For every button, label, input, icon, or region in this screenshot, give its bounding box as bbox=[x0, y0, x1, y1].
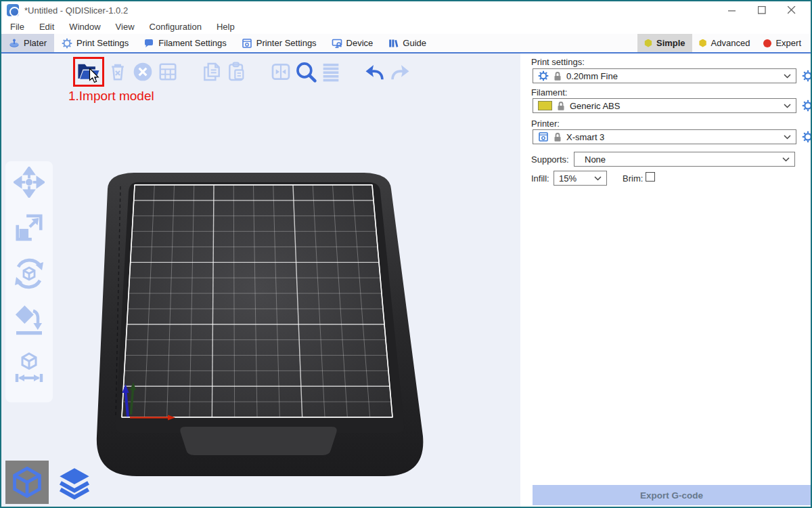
menu-file[interactable]: File bbox=[3, 22, 32, 32]
search-button[interactable] bbox=[294, 58, 318, 85]
close-icon bbox=[788, 6, 796, 14]
gizmo-toolbar bbox=[5, 161, 53, 402]
print-settings-value: 0.20mm Fine bbox=[566, 71, 779, 81]
place-on-face-gizmo-button[interactable] bbox=[13, 304, 45, 337]
3d-viewport[interactable]: 1.Import model bbox=[1, 54, 520, 507]
filament-color-swatch bbox=[538, 101, 552, 110]
print-settings-label: Print settings: bbox=[531, 57, 585, 67]
gear-icon bbox=[62, 38, 72, 49]
undo-button[interactable] bbox=[363, 58, 387, 85]
gear-icon bbox=[538, 70, 549, 81]
print-settings-gear-button[interactable] bbox=[802, 70, 812, 82]
scale-gizmo-button[interactable] bbox=[14, 212, 45, 243]
brim-label: Brim: bbox=[623, 173, 643, 184]
tab-plater[interactable]: Plater bbox=[1, 34, 54, 52]
advanced-mode-icon bbox=[699, 39, 707, 47]
menu-edit[interactable]: Edit bbox=[32, 22, 62, 32]
mode-expert[interactable]: Expert bbox=[757, 34, 808, 52]
view-toggle bbox=[5, 461, 95, 504]
tab-label: Print Settings bbox=[76, 38, 129, 48]
brim-checkbox[interactable] bbox=[646, 172, 655, 182]
preview-sliced-view-button[interactable] bbox=[54, 463, 95, 504]
tab-print-settings[interactable]: Print Settings bbox=[54, 34, 136, 52]
close-button[interactable] bbox=[777, 1, 807, 19]
maximize-button[interactable] bbox=[747, 1, 777, 19]
tab-guide[interactable]: Guide bbox=[380, 34, 434, 52]
chevron-down-icon bbox=[782, 157, 790, 162]
printer-label: Printer: bbox=[531, 119, 560, 129]
printer-icon bbox=[242, 38, 252, 49]
maximize-icon bbox=[758, 6, 766, 14]
tab-label: Plater bbox=[24, 38, 47, 48]
title-bar: *Untitled - QIDISlicer-1.0.2 bbox=[1, 1, 811, 19]
copy-button[interactable] bbox=[200, 58, 224, 85]
layers-editing-button[interactable] bbox=[319, 58, 343, 85]
filament-combo[interactable]: Generic ABS bbox=[533, 98, 796, 113]
lock-icon bbox=[554, 132, 562, 142]
device-icon bbox=[332, 38, 342, 49]
mode-selector: Simple Advanced Expert bbox=[637, 34, 811, 52]
move-gizmo-button[interactable] bbox=[14, 167, 45, 198]
printer-combo[interactable]: X-smart 3 bbox=[533, 129, 796, 144]
menu-configuration[interactable]: Configuration bbox=[142, 22, 209, 32]
bed-plate bbox=[122, 185, 392, 417]
guide-icon bbox=[388, 38, 399, 49]
tab-printer-settings[interactable]: Printer Settings bbox=[234, 34, 324, 52]
infill-value: 15% bbox=[559, 173, 589, 184]
chevron-down-icon bbox=[784, 104, 791, 108]
bed-handle-notch bbox=[180, 427, 336, 455]
mode-advanced[interactable]: Advanced bbox=[692, 34, 757, 52]
mode-label: Expert bbox=[775, 38, 801, 48]
redo-button[interactable] bbox=[388, 58, 412, 85]
tutorial-annotation: 1.Import model bbox=[68, 89, 154, 104]
tab-device[interactable]: Device bbox=[324, 34, 381, 52]
plater-icon bbox=[9, 38, 20, 49]
simple-mode-icon bbox=[644, 39, 652, 47]
mode-label: Advanced bbox=[711, 38, 750, 48]
paste-button[interactable] bbox=[225, 58, 249, 85]
minimize-icon bbox=[728, 6, 736, 14]
printer-icon bbox=[538, 131, 549, 142]
mouse-cursor bbox=[87, 68, 101, 83]
filament-value: Generic ABS bbox=[570, 101, 779, 111]
export-gcode-button[interactable]: Export G-code bbox=[533, 485, 811, 505]
measure-gizmo-button[interactable] bbox=[13, 351, 45, 383]
split-objects-button[interactable] bbox=[269, 58, 293, 85]
main-toolbar bbox=[73, 56, 413, 87]
infill-label: Infill: bbox=[531, 173, 549, 184]
expert-mode-icon bbox=[763, 39, 771, 47]
delete-button[interactable] bbox=[106, 58, 130, 85]
lock-icon bbox=[557, 101, 565, 111]
supports-combo[interactable]: None bbox=[574, 152, 795, 167]
arrange-button[interactable] bbox=[156, 58, 180, 85]
filament-gear-button[interactable] bbox=[802, 100, 812, 112]
chevron-down-icon bbox=[594, 176, 602, 181]
infill-combo[interactable]: 15% bbox=[554, 171, 607, 186]
minimize-button[interactable] bbox=[717, 1, 747, 19]
rotate-gizmo-button[interactable] bbox=[13, 257, 45, 290]
window-title: *Untitled - QIDISlicer-1.0.2 bbox=[24, 5, 128, 16]
tab-label: Device bbox=[346, 38, 374, 48]
menu-window[interactable]: Window bbox=[62, 22, 108, 32]
chevron-down-icon bbox=[784, 135, 791, 140]
3d-editor-view-button[interactable] bbox=[5, 461, 49, 504]
import-highlight-box bbox=[73, 57, 104, 87]
delete-all-button[interactable] bbox=[131, 58, 155, 85]
printer-value: X-smart 3 bbox=[566, 132, 779, 142]
printer-gear-button[interactable] bbox=[802, 131, 812, 143]
menu-bar: File Edit Window View Configuration Help bbox=[1, 19, 811, 34]
tab-filament-settings[interactable]: Filament Settings bbox=[136, 34, 233, 52]
supports-value: None bbox=[579, 154, 777, 165]
lock-icon bbox=[554, 71, 562, 81]
tab-label: Printer Settings bbox=[256, 38, 317, 48]
menu-help[interactable]: Help bbox=[209, 22, 242, 32]
filament-label: Filament: bbox=[531, 87, 567, 98]
tab-label: Guide bbox=[403, 38, 426, 48]
supports-label: Supports: bbox=[531, 154, 569, 165]
settings-panel: Print settings: 0.20mm Fine bbox=[520, 54, 811, 507]
mode-simple[interactable]: Simple bbox=[637, 34, 692, 52]
menu-view[interactable]: View bbox=[108, 22, 142, 32]
chevron-down-icon bbox=[784, 74, 791, 79]
tab-bar: Plater Print Settings Filament Settings bbox=[1, 34, 811, 54]
print-settings-combo[interactable]: 0.20mm Fine bbox=[533, 68, 796, 83]
